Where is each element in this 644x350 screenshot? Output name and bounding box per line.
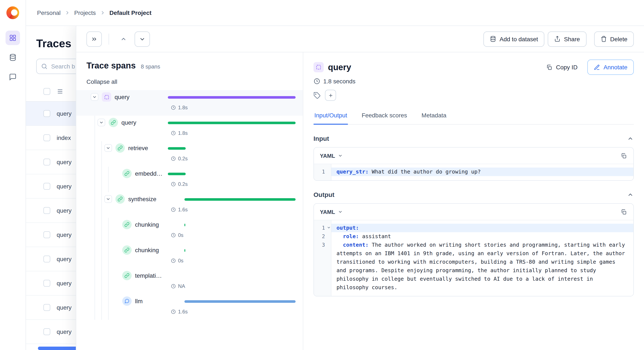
- span-timeline: [168, 300, 296, 303]
- span-name: query: [114, 94, 130, 100]
- input-format-dropdown[interactable]: YAML: [320, 153, 343, 159]
- collapse-output-chevron-icon[interactable]: [627, 191, 634, 198]
- span-row-main: synthesize: [104, 192, 156, 206]
- share-label: Share: [564, 35, 580, 42]
- select-all-checkbox[interactable]: [44, 88, 50, 95]
- expand-panel-button[interactable]: [86, 31, 102, 47]
- expand-span-chevron[interactable]: [104, 195, 112, 203]
- indent-guides: [91, 294, 111, 320]
- row-checkbox[interactable]: [44, 328, 50, 335]
- trace-spans-panel: Trace spans 8 spans Collapse all query: [76, 52, 303, 350]
- span-name: embedd…: [135, 170, 162, 177]
- span-row-embedd-[interactable]: embedd… 0.2s: [76, 167, 303, 192]
- span-row-main: llm: [111, 294, 143, 308]
- share-button[interactable]: Share: [548, 31, 586, 47]
- sidebar-item-feedback[interactable]: [6, 70, 20, 84]
- span-row-chunking[interactable]: chunking 0s: [76, 243, 303, 269]
- detail-tabs: Input/Output Feedback scores Metadata: [314, 108, 634, 125]
- row-checkbox[interactable]: [44, 159, 50, 166]
- row-checkbox[interactable]: [44, 110, 50, 117]
- collapse-input-chevron-icon[interactable]: [627, 135, 634, 142]
- row-checkbox[interactable]: [44, 304, 50, 311]
- expand-span-chevron[interactable]: [91, 93, 98, 101]
- span-timeline: [168, 122, 296, 124]
- line-number: 3: [314, 241, 331, 249]
- tab-feedback-scores[interactable]: Feedback scores: [361, 108, 408, 124]
- row-checkbox[interactable]: [44, 280, 50, 287]
- indent-guides: [91, 141, 104, 167]
- annotate-label: Annotate: [604, 64, 628, 71]
- span-link-icon: [116, 143, 125, 153]
- row-checkbox[interactable]: [44, 134, 50, 141]
- tab-metadata[interactable]: Metadata: [420, 108, 447, 124]
- input-code-body: 1 query_str: What did the author do grow…: [314, 164, 633, 180]
- span-name: llm: [135, 298, 143, 305]
- span-detail-panel: query Copy ID Annotate: [303, 52, 644, 350]
- duration-bar: [168, 96, 296, 99]
- expand-span-chevron[interactable]: [98, 119, 105, 126]
- span-link-icon: [108, 118, 118, 127]
- span-row-query[interactable]: query 1.8s: [76, 116, 303, 141]
- trace-row-label: query: [57, 231, 72, 238]
- output-code-body: 1 output: 2 role: assistant 3 content: T…: [314, 220, 633, 296]
- add-to-dataset-button[interactable]: Add to dataset: [484, 31, 544, 47]
- tree-guide-line: [98, 192, 104, 218]
- span-row-retrieve[interactable]: retrieve 0.2s: [76, 141, 303, 167]
- annotate-button[interactable]: Annotate: [587, 59, 634, 75]
- clock-icon: [171, 156, 176, 161]
- tree-guide-line: [98, 167, 104, 192]
- output-format-dropdown[interactable]: YAML: [320, 209, 343, 215]
- opik-logo[interactable]: [6, 6, 19, 19]
- trace-row-label: query: [57, 207, 72, 214]
- expand-span-chevron[interactable]: [104, 144, 112, 152]
- duration-bar: [184, 198, 296, 201]
- horizontal-scrollbar-thumb[interactable]: [38, 347, 79, 350]
- row-checkbox[interactable]: [44, 256, 50, 262]
- previous-trace-button[interactable]: [116, 31, 131, 47]
- row-checkbox[interactable]: [44, 207, 50, 214]
- tab-input-output[interactable]: Input/Output: [314, 108, 348, 124]
- tree-guide-line: [91, 192, 98, 218]
- span-row-llm[interactable]: llm 1.6s: [76, 294, 303, 320]
- clock-icon: [171, 233, 176, 238]
- row-checkbox[interactable]: [44, 183, 50, 190]
- trace-row-label: query: [57, 159, 72, 166]
- span-row-main: templati…: [111, 269, 162, 282]
- breadcrumb-projects[interactable]: Projects: [74, 9, 96, 16]
- span-timeline: [168, 224, 296, 226]
- span-row-templati-[interactable]: templati… NA: [76, 269, 303, 294]
- copy-input-button[interactable]: [617, 149, 630, 162]
- row-checkbox[interactable]: [44, 231, 50, 238]
- add-tag-button[interactable]: [325, 90, 336, 101]
- span-row-chunking[interactable]: chunking 0s: [76, 218, 303, 243]
- delete-button[interactable]: Delete: [594, 31, 634, 47]
- fold-chevron-icon[interactable]: [327, 225, 331, 230]
- add-to-dataset-label: Add to dataset: [500, 35, 538, 42]
- spans-title-row: Trace spans 8 spans: [76, 61, 303, 71]
- trace-row-label: index: [57, 134, 71, 141]
- breadcrumb-personal[interactable]: Personal: [37, 9, 61, 16]
- clock-icon: [171, 309, 176, 314]
- overlay-toolbar: Add to dataset Share Delete: [76, 26, 644, 52]
- span-link-icon: [122, 169, 132, 178]
- span-duration-value: 0s: [178, 258, 183, 264]
- database-icon: [9, 54, 16, 61]
- line-number-gutter: 3: [314, 241, 331, 292]
- span-row-main: chunking: [111, 218, 159, 231]
- copy-id-button[interactable]: Copy ID: [540, 59, 584, 75]
- span-row-query[interactable]: query 1.8s: [76, 90, 303, 116]
- copy-output-button[interactable]: [617, 205, 630, 218]
- clock-icon: [171, 258, 176, 263]
- tree-guide-line: [104, 269, 111, 294]
- next-trace-button[interactable]: [134, 31, 150, 47]
- indent-guides: [91, 167, 111, 192]
- span-row-main: retrieve: [104, 141, 148, 155]
- span-link-icon: [122, 245, 132, 255]
- collapse-all-button[interactable]: Collapse all: [86, 78, 117, 85]
- tree-guide-line: [104, 243, 111, 269]
- output-section-title: Output: [314, 191, 334, 198]
- sidebar-item-datasets[interactable]: [6, 50, 20, 65]
- tree-guide-line: [104, 294, 111, 320]
- sidebar-item-projects[interactable]: [6, 31, 20, 45]
- span-row-synthesize[interactable]: synthesize 1.6s: [76, 192, 303, 218]
